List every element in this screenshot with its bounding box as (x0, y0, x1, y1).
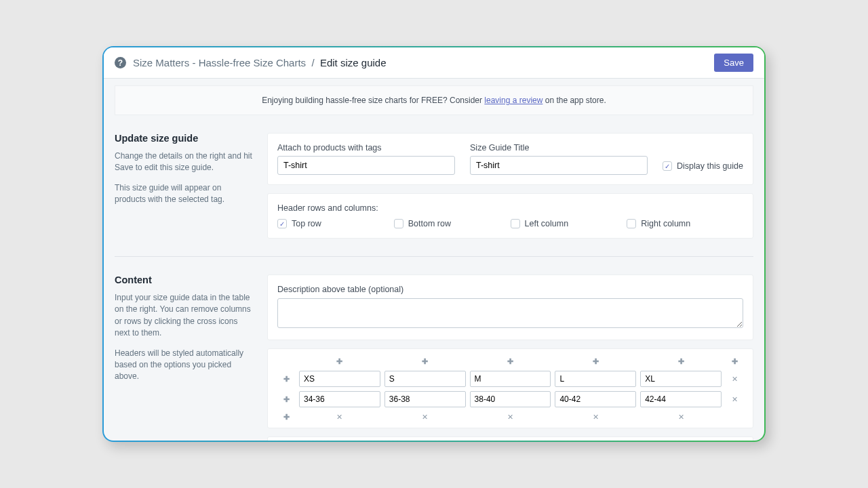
add-column-icon[interactable]: ✚ (729, 356, 740, 367)
section-content-desc1: Input your size guide data in the table … (115, 292, 254, 340)
checkbox-right-column[interactable]: Right column (627, 219, 743, 228)
section-content-main: Description above table (optional) ✚ ✚ ✚… (267, 274, 753, 441)
card-desc-below: Description below table (optional) (267, 436, 753, 441)
header-rows-label: Header rows and columns: (277, 203, 743, 213)
section-content-desc2: Headers will be styled automatically bas… (115, 348, 254, 383)
table-cell[interactable] (555, 371, 636, 387)
desc-above-label: Description above table (optional) (277, 285, 743, 294)
card-headers: Header rows and columns: ✓ Top row Botto… (267, 193, 753, 239)
table-cell[interactable] (470, 371, 551, 387)
add-row-icon[interactable]: ✚ (281, 373, 292, 384)
table-cell[interactable] (299, 371, 380, 387)
check-icon (627, 219, 636, 228)
breadcrumb: Size Matters - Hassle-free Size Charts /… (133, 57, 714, 68)
card-basic: Attach to products with tags Size Guide … (267, 133, 753, 185)
check-icon (394, 219, 403, 228)
delete-row-icon[interactable]: ✕ (729, 394, 740, 405)
delete-column-icon[interactable]: ✕ (590, 411, 601, 422)
help-icon[interactable]: ? (115, 57, 126, 68)
title-label: Size Guide Title (470, 143, 648, 152)
table-cell[interactable] (384, 371, 466, 387)
check-icon: ✓ (663, 161, 672, 171)
card-table-editor: ✚ ✚ ✚ ✚ ✚ ✚ ✚ ✕ (267, 348, 753, 428)
title-input[interactable] (470, 156, 648, 175)
section-update-side: Update size guide Change the details on … (115, 133, 267, 239)
display-guide-label: Display this guide (677, 161, 743, 171)
add-column-icon[interactable]: ✚ (505, 356, 515, 367)
delete-column-icon[interactable]: ✕ (675, 411, 686, 422)
delete-column-icon[interactable]: ✕ (420, 411, 431, 422)
size-table: ✚ ✚ ✚ ✚ ✚ ✚ ✚ ✕ (277, 356, 743, 422)
app-inner: ? Size Matters - Hassle-free Size Charts… (104, 47, 764, 441)
table-cell[interactable] (640, 391, 722, 407)
delete-row-icon[interactable]: ✕ (729, 373, 740, 384)
banner-prefix: Enjoying building hassle-free size chart… (262, 96, 484, 105)
banner-suffix: on the app store. (542, 96, 606, 105)
breadcrumb-separator: / (311, 57, 314, 68)
section-update-desc2: This size guide will appear on products … (115, 182, 254, 206)
tags-input[interactable] (277, 156, 455, 175)
table-cell[interactable] (640, 371, 722, 387)
card-desc-above: Description above table (optional) (267, 274, 753, 340)
breadcrumb-current: Edit size guide (320, 57, 387, 68)
leave-review-link[interactable]: leaving a review (484, 96, 542, 105)
add-column-icon[interactable]: ✚ (590, 356, 601, 367)
section-content-title: Content (115, 274, 254, 285)
checkbox-left-column[interactable]: Left column (511, 219, 627, 228)
add-column-icon[interactable]: ✚ (675, 356, 686, 367)
check-icon: ✓ (277, 219, 287, 228)
table-cell[interactable] (299, 391, 380, 407)
breadcrumb-app[interactable]: Size Matters - Hassle-free Size Charts (133, 57, 306, 68)
app-window: ? Size Matters - Hassle-free Size Charts… (102, 46, 766, 442)
review-banner: Enjoying building hassle-free size chart… (115, 85, 753, 115)
delete-column-icon[interactable]: ✕ (505, 411, 515, 422)
add-row-icon[interactable]: ✚ (281, 394, 292, 405)
section-content-side: Content Input your size guide data in th… (115, 274, 267, 441)
table-cell[interactable] (470, 391, 551, 407)
check-icon (511, 219, 520, 228)
table-cell[interactable] (384, 391, 466, 407)
header-bar: ? Size Matters - Hassle-free Size Charts… (104, 47, 764, 79)
field-title: Size Guide Title (470, 143, 648, 175)
section-update-main: Attach to products with tags Size Guide … (267, 133, 753, 239)
delete-column-icon[interactable]: ✕ (334, 411, 345, 422)
save-button[interactable]: Save (714, 54, 753, 72)
field-tags: Attach to products with tags (277, 143, 455, 175)
add-column-icon[interactable]: ✚ (420, 356, 431, 367)
add-column-icon[interactable]: ✚ (334, 356, 345, 367)
section-content: Content Input your size guide data in th… (115, 256, 753, 441)
tags-label: Attach to products with tags (277, 143, 455, 152)
section-update: Update size guide Change the details on … (115, 115, 753, 239)
add-row-icon[interactable]: ✚ (281, 411, 292, 422)
section-update-desc1: Change the details on the right and hit … (115, 150, 254, 174)
checkbox-bottom-row[interactable]: Bottom row (394, 219, 511, 228)
display-guide-checkbox[interactable]: ✓ Display this guide (663, 161, 743, 175)
section-update-title: Update size guide (115, 133, 254, 144)
checkbox-top-row[interactable]: ✓ Top row (277, 219, 394, 228)
table-cell[interactable] (555, 391, 636, 407)
desc-above-textarea[interactable] (277, 298, 743, 328)
